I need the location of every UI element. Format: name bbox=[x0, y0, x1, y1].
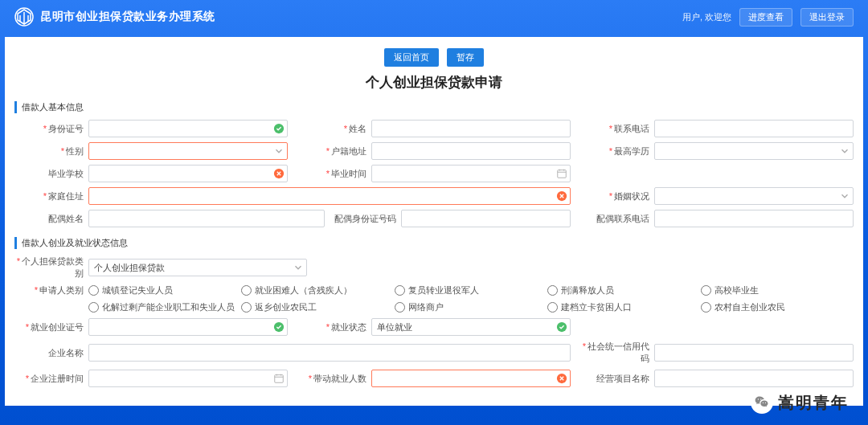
back-home-button[interactable]: 返回首页 bbox=[384, 48, 439, 67]
radio-option[interactable]: 返乡创业农民工 bbox=[241, 301, 394, 313]
label-proj-name: 经营项目名称 bbox=[580, 373, 649, 385]
label-reg-time: 企业注册时间 bbox=[14, 373, 84, 385]
reg-time-input[interactable] bbox=[88, 370, 288, 387]
biz-cert-input[interactable] bbox=[88, 318, 288, 336]
label-biz-cert: 就业创业证号 bbox=[14, 321, 84, 333]
app-title: 昆明市创业担保贷款业务办理系统 bbox=[40, 10, 215, 24]
proj-name-input[interactable] bbox=[654, 370, 854, 387]
label-id-no: 身份证号 bbox=[14, 123, 84, 135]
spouse-id-input[interactable] bbox=[401, 210, 571, 227]
progress-button[interactable]: 进度查看 bbox=[739, 8, 792, 27]
school-input[interactable] bbox=[88, 165, 288, 182]
draft-save-button[interactable]: 暂存 bbox=[447, 48, 484, 67]
phone-input[interactable] bbox=[654, 120, 854, 137]
marriage-select[interactable] bbox=[654, 187, 854, 205]
spouse-phone-input[interactable] bbox=[654, 210, 854, 227]
label-emp-status: 就业状态 bbox=[297, 321, 366, 333]
label-home-addr: 家庭住址 bbox=[14, 190, 84, 202]
welcome-text: 用户, 欢迎您 bbox=[682, 11, 731, 23]
label-headcount: 带动就业人数 bbox=[297, 373, 366, 385]
label-spouse-id: 配偶身份证号码 bbox=[334, 213, 396, 225]
id-no-input[interactable] bbox=[88, 120, 288, 137]
logout-button[interactable]: 退出登录 bbox=[800, 8, 854, 27]
label-gender: 性别 bbox=[14, 145, 84, 157]
label-applicant-cat: 申请人类别 bbox=[14, 284, 84, 296]
label-marriage: 婚姻状况 bbox=[580, 190, 649, 202]
label-spouse-name: 配偶姓名 bbox=[14, 213, 84, 225]
app-logo-icon bbox=[14, 7, 34, 27]
section-biz-info: 借款人创业及就业状态信息 bbox=[14, 237, 854, 249]
radio-option[interactable]: 农村自主创业农民 bbox=[701, 301, 854, 313]
company-input[interactable] bbox=[88, 344, 571, 362]
gender-select[interactable] bbox=[88, 142, 288, 160]
label-company: 企业名称 bbox=[14, 347, 84, 359]
label-phone: 联系电话 bbox=[580, 123, 649, 135]
radio-option[interactable]: 城镇登记失业人员 bbox=[88, 284, 241, 296]
radio-option[interactable]: 化解过剩产能企业职工和失业人员 bbox=[88, 301, 241, 313]
section-basic-info: 借款人基本信息 bbox=[14, 101, 854, 113]
label-edu: 最高学历 bbox=[580, 145, 649, 157]
label-loan-type: 个人担保贷款类别 bbox=[14, 255, 84, 280]
usci-input[interactable] bbox=[654, 344, 854, 362]
wechat-icon bbox=[751, 391, 773, 414]
emp-status-select[interactable]: 单位就业 bbox=[371, 318, 571, 336]
label-name: 姓名 bbox=[297, 123, 366, 135]
name-input[interactable] bbox=[371, 120, 571, 137]
headcount-input[interactable] bbox=[371, 370, 571, 387]
radio-option[interactable]: 复员转业退役军人 bbox=[395, 284, 547, 296]
radio-option[interactable]: 就业困难人（含残疾人） bbox=[241, 284, 394, 296]
watermark: 嵩明青年 bbox=[751, 391, 849, 414]
home-addr-input[interactable] bbox=[88, 187, 571, 205]
grad-time-input[interactable] bbox=[371, 165, 571, 182]
edu-select[interactable] bbox=[654, 142, 854, 160]
label-school: 毕业学校 bbox=[14, 168, 84, 180]
radio-option[interactable]: 建档立卡贫困人口 bbox=[547, 301, 700, 313]
radio-option[interactable]: 刑满释放人员 bbox=[547, 284, 700, 296]
spouse-name-input[interactable] bbox=[88, 210, 325, 227]
label-grad-time: 毕业时间 bbox=[297, 168, 366, 180]
radio-option[interactable]: 网络商户 bbox=[395, 301, 547, 313]
label-hukou: 户籍地址 bbox=[297, 145, 366, 157]
hukou-input[interactable] bbox=[371, 142, 571, 160]
page-title: 个人创业担保贷款申请 bbox=[14, 73, 854, 92]
label-spouse-phone: 配偶联系电话 bbox=[580, 213, 649, 225]
radio-option[interactable]: 高校毕业生 bbox=[701, 284, 854, 296]
loan-type-select[interactable]: 个人创业担保贷款 bbox=[88, 259, 307, 276]
label-usci: 社会统一信用代码 bbox=[580, 341, 649, 365]
